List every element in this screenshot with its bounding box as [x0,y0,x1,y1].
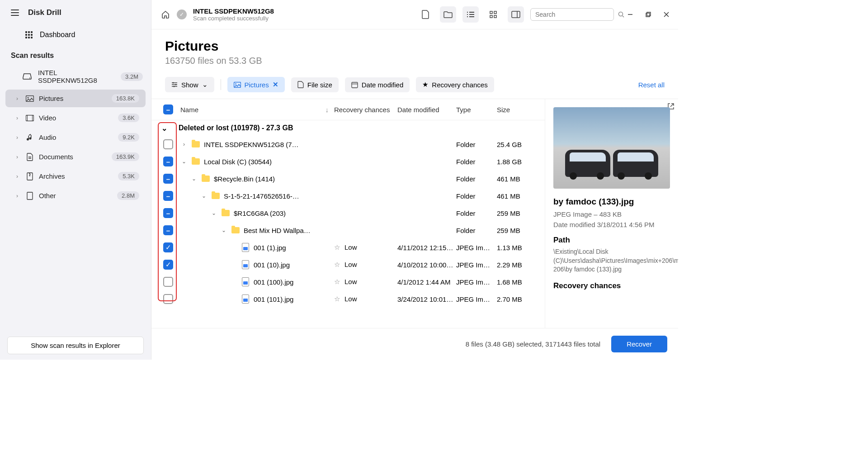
size-value: 461 MB [497,175,538,183]
sidebar-item-documents[interactable]: › Documents 163.9K [5,148,146,166]
file-name: 001 (10).jpg [254,261,334,269]
chip-label: Pictures [245,81,269,89]
sidebar-item-archives[interactable]: › Archives 5.3K [5,167,146,185]
cat-label: Documents [39,153,107,161]
size-value: 1.68 MB [497,278,538,286]
col-type[interactable]: Type [456,106,497,114]
status-check-icon: ✓ [177,10,187,19]
folder-row[interactable]: –⌄Local Disk (C) (30544)Folder1.88 GB [151,153,545,170]
sidebar-item-pictures[interactable]: › Pictures 163.8K [5,90,146,107]
sidebar-drive[interactable]: INTEL SSDPEKNW512G8 3.2M [0,64,151,89]
star-icon[interactable]: ☆ [334,278,340,285]
select-all-checkbox[interactable]: – [163,104,173,114]
file-row[interactable]: 001 (101).jpg☆Low3/24/2012 10:01…JPEG Im… [151,290,545,308]
file-name: 001 (100).jpg [254,278,334,286]
date-filter-button[interactable]: Date modified [345,77,410,92]
reset-all-link[interactable]: Reset all [638,81,665,89]
date-value: 4/11/2012 12:15… [397,244,456,252]
folder-row[interactable]: –⌄Best Mix HD Wallpa…Folder259 MB [151,222,545,239]
row-checkbox[interactable]: ✓ [163,260,173,270]
svg-point-19 [173,82,174,84]
maximize-icon[interactable] [646,12,651,17]
show-label: Show [181,81,198,89]
sidebar-item-video[interactable]: › Video 3.6K [5,109,146,127]
chevron-down-icon: ⌄ [161,124,167,133]
chevron-down-icon[interactable]: ⌄ [180,158,188,165]
pictures-filter-chip[interactable]: Pictures ✕ [227,77,285,92]
star-icon[interactable]: ☆ [334,261,340,268]
image-icon [234,82,241,88]
row-checkbox[interactable]: – [163,225,173,235]
group-label: Deleted or lost (101978) - 27.3 GB [179,124,293,132]
folder-row[interactable]: –⌄$Recycle.Bin (1414)Folder461 MB [151,170,545,187]
show-in-explorer-button[interactable]: Show scan results in Explorer [7,337,144,354]
chevron-down-icon[interactable]: ⌄ [200,193,208,199]
chevron-down-icon[interactable]: ⌄ [190,176,198,182]
col-name[interactable]: Name↓ [178,106,334,114]
file-name: Best Mix HD Wallpa… [244,227,334,234]
cat-count: 163.8K [112,94,139,103]
sidebar-item-audio[interactable]: › Audio 9.2K [5,128,146,146]
group-header[interactable]: ⌄ Deleted or lost (101978) - 27.3 GB [151,120,545,136]
hamburger-icon[interactable] [11,10,19,16]
folder-icon[interactable] [440,6,456,23]
chevron-right-icon[interactable]: › [180,141,188,147]
show-filter-button[interactable]: Show ⌄ [165,77,214,92]
size-value: 25.4 GB [497,141,538,148]
row-checkbox[interactable] [163,277,173,287]
cat-count: 163.9K [112,152,139,161]
folder-row[interactable]: –⌄S-1-5-21-1476526516-…Folder461 MB [151,187,545,204]
folder-row[interactable]: –⌄$R1C6G8A (203)Folder259 MB [151,204,545,222]
row-checkbox[interactable]: ✓ [163,242,173,252]
chevron-down-icon[interactable]: ⌄ [220,227,227,233]
file-table: – Name↓ Recovery chances Date modified T… [151,99,545,328]
col-date[interactable]: Date modified [397,106,456,114]
remove-chip-icon[interactable]: ✕ [273,81,278,89]
list-view-icon[interactable] [462,6,479,23]
topbar: ✓ INTEL SSDPEKNW512G8 Scan completed suc… [151,0,678,29]
star-icon: ★ [422,81,428,89]
svg-point-20 [175,84,177,86]
cat-count: 5.3K [118,172,139,180]
search-field[interactable] [535,11,614,18]
dashboard-label: Dashboard [40,31,75,39]
svg-line-15 [623,16,624,17]
chevron-right-icon: › [16,134,21,141]
folder-row[interactable]: ›INTEL SSDPEKNW512G8 (7…Folder25.4 GB [151,136,545,153]
file-row[interactable]: 001 (100).jpg☆Low4/1/2012 1:44 AMJPEG Im… [151,273,545,290]
file-row[interactable]: ✓001 (10).jpg☆Low4/10/2012 10:00…JPEG Im… [151,256,545,273]
row-checkbox[interactable]: – [163,157,173,166]
home-icon[interactable] [160,10,170,19]
panel-view-icon[interactable] [508,6,524,23]
row-checkbox[interactable]: – [163,191,173,201]
star-icon[interactable]: ☆ [334,243,340,251]
svg-point-21 [174,86,175,87]
chevron-down-icon[interactable]: ⌄ [210,210,217,216]
grid-view-icon[interactable] [485,6,501,23]
recover-button[interactable]: Recover [611,336,667,352]
recovery-filter-button[interactable]: ★ Recovery chances [416,77,494,92]
col-size[interactable]: Size [497,106,538,114]
row-checkbox[interactable]: – [163,174,173,184]
cat-label: Pictures [39,95,107,102]
col-recovery[interactable]: Recovery chances [334,106,397,114]
close-icon[interactable] [664,12,669,17]
sidebar-item-dashboard[interactable]: Dashboard [0,25,151,44]
row-checkbox[interactable] [163,294,173,304]
type-value: JPEG Im… [456,295,497,303]
svg-point-23 [235,83,236,84]
chevron-right-icon: › [16,95,21,102]
search-input[interactable] [530,8,614,21]
filesize-filter-button[interactable]: File size [291,77,339,92]
svg-rect-10 [490,15,492,18]
minimize-icon[interactable] [627,12,633,17]
row-checkbox[interactable] [163,139,173,149]
filter-bar: Show ⌄ Pictures ✕ File size Date modifie… [151,71,678,99]
file-icon[interactable] [417,6,434,23]
row-checkbox[interactable]: – [163,208,173,218]
star-icon[interactable]: ☆ [334,295,340,303]
file-name: Local Disk (C) (30544) [204,158,334,166]
sidebar-item-other[interactable]: › Other 2.8M [5,187,146,204]
cat-count: 2.8M [117,191,139,200]
file-row[interactable]: ✓001 (1).jpg☆Low4/11/2012 12:15…JPEG Im…… [151,239,545,256]
